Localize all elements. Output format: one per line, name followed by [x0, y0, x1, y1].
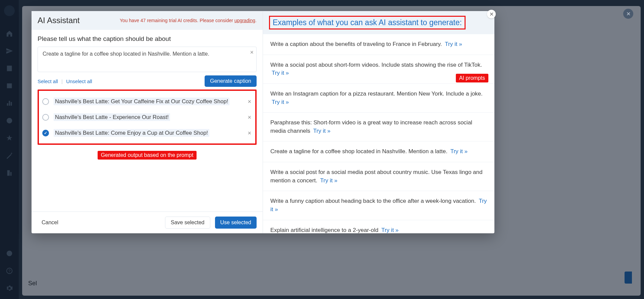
- unselect-all-link[interactable]: Unselect all: [66, 78, 92, 84]
- results-box: Nashville's Best Latte: Get Your Caffein…: [38, 89, 257, 145]
- example-text: Write a caption about the benefits of tr…: [270, 41, 442, 47]
- examples-header: Examples of what you can ask AI assistan…: [269, 16, 466, 29]
- save-selected-button[interactable]: Save selected: [165, 217, 210, 229]
- try-it-link[interactable]: Try it »: [381, 227, 398, 233]
- upgrade-link[interactable]: upgrading: [234, 18, 255, 23]
- example-text: Write a social post for a social media p…: [270, 169, 482, 184]
- result-text: Nashville's Best Latte: Come Enjoy a Cup…: [54, 129, 209, 137]
- example-item: Explain artificial intelligence to a 2-y…: [263, 220, 494, 233]
- prompt-clear-icon[interactable]: ×: [250, 49, 254, 56]
- prompt-input-text: Create a tagline for a coffee shop locat…: [43, 51, 209, 57]
- result-text: Nashville's Best Latte: Get Your Caffein…: [54, 98, 229, 105]
- result-remove-icon[interactable]: ×: [248, 129, 251, 136]
- result-remove-icon[interactable]: ×: [248, 114, 251, 121]
- select-all-link[interactable]: Select all: [38, 78, 58, 84]
- result-checkbox[interactable]: [42, 130, 49, 136]
- example-item: Write a caption about the benefits of tr…: [263, 34, 494, 55]
- footer-right: Save selected Use selected: [165, 217, 257, 229]
- modal-close-button[interactable]: ✕: [487, 10, 496, 18]
- example-text: Explain artificial intelligence to a 2-y…: [270, 227, 378, 233]
- example-text: Create a tagline for a coffee shop locat…: [270, 148, 447, 155]
- cancel-button[interactable]: Cancel: [38, 217, 62, 228]
- example-item: Write a funny caption about heading back…: [263, 191, 494, 220]
- modal-left-panel: AI Assistant You have 47 remaining trial…: [32, 11, 263, 233]
- prompt-section: Please tell us what the caption should b…: [32, 30, 263, 212]
- select-separator: |: [61, 78, 63, 84]
- outer-close-button[interactable]: ✕: [623, 9, 633, 19]
- modal-title: AI Assistant: [38, 16, 79, 25]
- examples-list[interactable]: AI prompts Write a caption about the ben…: [263, 34, 494, 233]
- credits-mid: remaining trial AI credits. Please consi…: [146, 18, 234, 23]
- result-checkbox[interactable]: [42, 98, 49, 105]
- prompt-label: Please tell us what the caption should b…: [38, 35, 257, 43]
- try-it-link[interactable]: Try it »: [272, 99, 289, 105]
- select-links: Select all | Unselect all: [38, 78, 92, 84]
- try-it-link[interactable]: Try it »: [313, 128, 330, 134]
- example-text: Write an Instagram caption for a pizza r…: [270, 91, 483, 97]
- credits-count: 47: [141, 18, 146, 23]
- result-text: Nashville's Best Latte - Experience Our …: [54, 113, 170, 121]
- example-item: Paraphrase this: Short-form video is a g…: [263, 113, 494, 141]
- modal-footer: Cancel Save selected Use selected: [32, 212, 263, 233]
- example-item: Create a tagline for a coffee shop locat…: [263, 141, 494, 162]
- credits-notice: You have 47 remaining trial AI credits. …: [120, 18, 257, 23]
- result-item[interactable]: Nashville's Best Latte: Get Your Caffein…: [41, 94, 253, 109]
- credits-prefix: You have: [120, 18, 141, 23]
- example-item: Write an Instagram caption for a pizza r…: [263, 84, 494, 113]
- annotation-output-label: Generated output based on the prompt: [98, 151, 197, 160]
- left-panel-header: AI Assistant You have 47 remaining trial…: [32, 11, 263, 30]
- try-it-link[interactable]: Try it »: [450, 148, 468, 155]
- try-it-link[interactable]: Try it »: [272, 70, 289, 76]
- generate-caption-button[interactable]: Generate caption: [205, 75, 257, 87]
- annotation-prompts-label: AI prompts: [456, 74, 488, 82]
- example-text: Paraphrase this: Short-form video is a g…: [270, 119, 472, 134]
- try-it-link[interactable]: Try it »: [320, 177, 337, 184]
- ai-assistant-modal: ✕ AI Assistant You have 47 remaining tri…: [32, 11, 494, 233]
- result-checkbox[interactable]: [42, 114, 49, 121]
- result-item[interactable]: Nashville's Best Latte: Come Enjoy a Cup…: [41, 125, 253, 141]
- example-text: Write a social post about short-form vid…: [270, 62, 482, 68]
- prompt-input[interactable]: Create a tagline for a coffee shop locat…: [38, 47, 257, 72]
- example-text: Write a funny caption about heading back…: [270, 198, 476, 204]
- select-row: Select all | Unselect all Generate capti…: [38, 75, 257, 87]
- example-item: Write a social post for a social media p…: [263, 162, 494, 191]
- modal-right-panel: Examples of what you can ask AI assistan…: [263, 11, 494, 233]
- right-panel-header: Examples of what you can ask AI assistan…: [263, 11, 494, 34]
- try-it-link[interactable]: Try it »: [445, 41, 462, 47]
- result-item[interactable]: Nashville's Best Latte - Experience Our …: [41, 109, 253, 125]
- use-selected-button[interactable]: Use selected: [215, 217, 257, 229]
- credits-suffix: .: [255, 18, 257, 23]
- result-remove-icon[interactable]: ×: [248, 98, 251, 105]
